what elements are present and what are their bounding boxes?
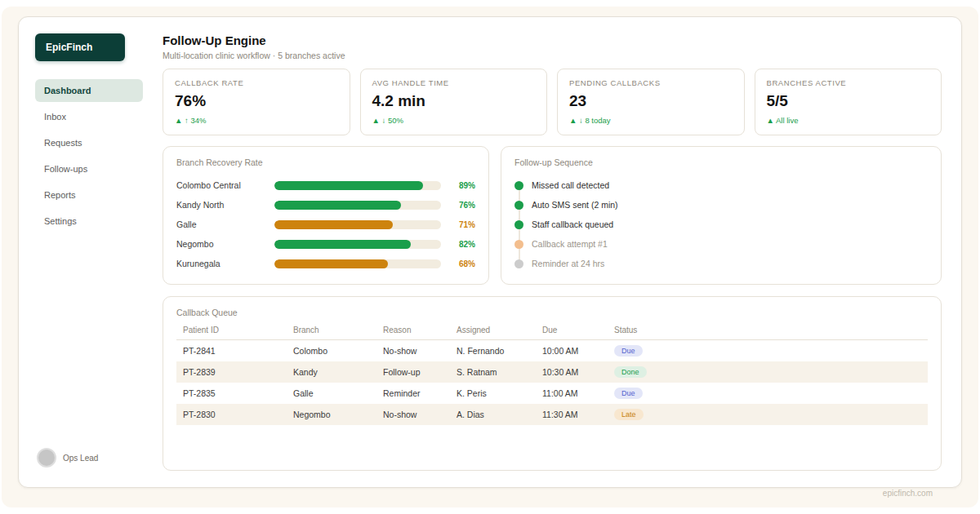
cell-reason: Reminder	[383, 388, 457, 398]
sidebar-item-settings[interactable]: Settings	[35, 210, 143, 233]
cell-branch: Galle	[293, 388, 383, 398]
table-row: PT-2841 Colombo No-show N. Fernando 10:0…	[176, 340, 928, 361]
bar-track	[274, 220, 441, 229]
bar-percent: 76%	[448, 201, 475, 210]
sidebar-item-requests[interactable]: Requests	[35, 131, 143, 154]
brand-logo: EpicFinch	[35, 33, 125, 61]
cell-branch: Colombo	[293, 346, 383, 356]
user-role-label: Ops Lead	[63, 454, 98, 463]
stat-label: CALLBACK RATE	[175, 78, 338, 87]
step-label: Missed call detected	[532, 180, 609, 190]
stat-delta: ▲ ↓ 50%	[372, 116, 536, 125]
stat-value: 4.2 min	[372, 92, 536, 110]
step-dot-icon	[514, 259, 523, 268]
sidebar-item-dashboard[interactable]: Dashboard	[35, 79, 143, 102]
table-body: PT-2841 Colombo No-show N. Fernando 10:0…	[176, 340, 928, 425]
table-row: PT-2830 Negombo No-show A. Dias 11:30 AM…	[176, 404, 928, 425]
cell-reason: No-show	[383, 410, 457, 419]
sidebar-item-follow-ups[interactable]: Follow-ups	[35, 157, 143, 180]
cell-due: 10:00 AM	[542, 346, 614, 356]
stat-pending-callbacks: PENDING CALLBACKS 23 ▲ ↓ 8 today	[557, 69, 745, 135]
step-label: Staff callback queued	[532, 219, 613, 229]
stat-avg-handle-time: AVG HANDLE TIME 4.2 min ▲ ↓ 50%	[360, 69, 548, 135]
status-badge: Due	[614, 345, 643, 357]
step-label: Auto SMS sent (2 min)	[532, 200, 618, 210]
stats-row: CALLBACK RATE 76% ▲ ↑ 34% AVG HANDLE TIM…	[163, 69, 942, 135]
cell-due: 11:30 AM	[542, 410, 614, 419]
step-dot-icon	[514, 220, 523, 229]
table-row: PT-2839 Kandy Follow-up S. Ratnam 10:30 …	[176, 361, 928, 383]
sequence-step: Callback attempt #1	[514, 234, 928, 254]
bar-percent: 82%	[448, 240, 475, 249]
panel-title: Callback Queue	[176, 308, 928, 317]
table-row: PT-2835 Galle Reminder K. Peris 11:00 AM…	[176, 383, 928, 404]
sequence-steps: Missed call detected Auto SMS sent (2 mi…	[514, 175, 928, 273]
cell-assigned: A. Dias	[457, 410, 542, 419]
panel-title: Follow-up Sequence	[514, 157, 928, 167]
bar-fill	[274, 259, 388, 268]
bar-row: Colombo Central 89%	[176, 175, 475, 195]
bar-fill	[274, 201, 401, 210]
sequence-step: Missed call detected	[514, 175, 928, 195]
stat-value: 5/5	[767, 92, 930, 110]
column-header-patient-id: Patient ID	[183, 326, 293, 335]
bar-percent: 71%	[448, 220, 475, 229]
column-header-reason: Reason	[383, 326, 457, 335]
bar-fill	[274, 220, 393, 229]
sequence-step: Auto SMS sent (2 min)	[514, 195, 928, 215]
bar-track	[274, 259, 441, 268]
callback-queue-panel: Callback Queue Patient ID Branch Reason …	[163, 296, 942, 471]
cell-reason: Follow-up	[383, 367, 457, 377]
sequence-step: Staff callback queued	[514, 215, 928, 234]
bar-label: Kandy North	[176, 200, 268, 210]
stat-delta: ▲ All live	[767, 116, 930, 125]
bar-fill	[274, 240, 411, 249]
stat-label: AVG HANDLE TIME	[372, 78, 536, 87]
bar-row: Negombo 82%	[176, 234, 475, 254]
sequence-step: Reminder at 24 hrs	[514, 254, 928, 273]
main-content: Follow-Up Engine Multi-location clinic w…	[143, 33, 942, 471]
bar-row: Galle 71%	[176, 215, 475, 234]
bar-label: Kurunegala	[176, 259, 268, 268]
sidebar-item-inbox[interactable]: Inbox	[35, 105, 143, 128]
bar-label: Galle	[176, 219, 268, 229]
stat-delta: ▲ ↑ 34%	[175, 116, 338, 125]
follow-up-sequence-panel: Follow-up Sequence Missed call detected …	[501, 146, 942, 285]
page-title: Follow-Up Engine	[163, 33, 942, 47]
page-background: EpicFinch Dashboard Inbox Requests Follo…	[2, 7, 978, 507]
user-profile[interactable]: Ops Lead	[35, 445, 143, 471]
status-badge: Due	[614, 388, 643, 399]
sidebar-item-reports[interactable]: Reports	[35, 184, 143, 206]
stat-branches-active: BRANCHES ACTIVE 5/5 ▲ All live	[755, 69, 942, 135]
stat-value: 76%	[175, 92, 338, 110]
bar-track	[274, 201, 441, 210]
cell-patient-id: PT-2830	[183, 410, 293, 419]
stat-callback-rate: CALLBACK RATE 76% ▲ ↑ 34%	[163, 69, 350, 135]
panels-row: Branch Recovery Rate Colombo Central 89%…	[163, 146, 942, 285]
step-dot-icon	[514, 201, 523, 210]
cell-patient-id: PT-2841	[183, 346, 293, 356]
status-badge: Late	[614, 409, 644, 420]
table-header: Patient ID Branch Reason Assigned Due St…	[176, 326, 928, 340]
step-dot-icon	[514, 240, 523, 249]
bar-percent: 68%	[448, 259, 475, 268]
cell-patient-id: PT-2839	[183, 367, 293, 377]
step-label: Reminder at 24 hrs	[532, 259, 604, 268]
site-domain-label: epicfinch.com	[883, 489, 933, 498]
page-subtitle: Multi-location clinic workflow · 5 branc…	[163, 51, 942, 60]
cell-assigned: K. Peris	[457, 388, 542, 398]
step-label: Callback attempt #1	[532, 239, 608, 249]
cell-assigned: N. Fernando	[457, 346, 542, 356]
sidebar-nav: Dashboard Inbox Requests Follow-ups Repo…	[35, 79, 143, 233]
column-header-assigned: Assigned	[457, 326, 542, 335]
sidebar: EpicFinch Dashboard Inbox Requests Follo…	[35, 33, 143, 471]
cell-status: Due	[614, 345, 921, 357]
cell-branch: Negombo	[293, 410, 383, 419]
branch-recovery-panel: Branch Recovery Rate Colombo Central 89%…	[163, 146, 489, 285]
bar-row: Kurunegala 68%	[176, 254, 475, 273]
cell-reason: No-show	[383, 346, 457, 356]
cell-due: 10:30 AM	[542, 367, 614, 377]
cell-due: 11:00 AM	[542, 388, 614, 398]
column-header-due: Due	[542, 326, 614, 335]
column-header-status: Status	[614, 326, 921, 335]
